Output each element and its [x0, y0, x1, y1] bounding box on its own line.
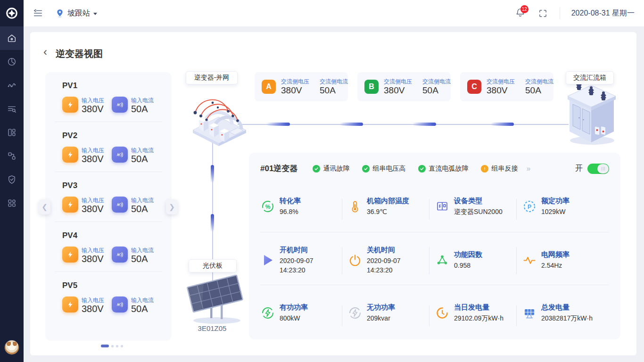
pagination-dots	[101, 345, 123, 347]
check-circle-icon	[313, 165, 320, 173]
topbar: 坡跟站 12 2020-08-31 星期一	[24, 0, 644, 26]
warning-circle-icon	[481, 165, 488, 173]
fullscreen-button[interactable]	[538, 8, 548, 18]
current-date: 2020-08-31 星期一	[571, 8, 635, 18]
voltage-bolt-icon	[62, 247, 78, 263]
status-label: 组串反接	[491, 165, 518, 173]
svg-text:P: P	[528, 203, 531, 210]
thermometer-icon	[347, 199, 363, 214]
status-item: 组串反接	[481, 165, 518, 173]
pv-current-metric: 输入电流50A	[112, 197, 154, 214]
solar-panel-icon	[522, 306, 537, 320]
notifications-button[interactable]: 12	[515, 7, 527, 19]
pv-current-metric: 输入电流50A	[112, 247, 154, 264]
metric-internal-temp: 机箱内部温度36.9℃	[347, 196, 435, 216]
metric-value: 36.9℃	[367, 207, 409, 216]
pv-current-label: 输入电流	[131, 97, 154, 104]
status-item: 组串电压高	[362, 165, 405, 173]
power-toggle[interactable]	[587, 164, 609, 174]
pv-name: PV1	[62, 81, 162, 90]
status-label: 直流电弧故障	[429, 165, 468, 173]
metric-value: 2.54Hz	[541, 261, 570, 270]
sidebar-item-monitor[interactable]	[0, 74, 24, 97]
metric-label: 机箱内部温度	[367, 196, 409, 205]
combiner-tag: 交流汇流箱	[566, 71, 614, 84]
metric-value2: 14:23:20	[367, 265, 401, 275]
station-selector[interactable]: 坡跟站	[56, 8, 97, 18]
sidebar-item-dashboard[interactable]	[0, 121, 24, 144]
metric-label: 电网频率	[541, 250, 570, 259]
pv-voltage-label: 输入电压	[82, 297, 104, 304]
pagination-dot[interactable]	[101, 345, 109, 347]
conversion-rate-icon: %	[260, 199, 275, 214]
current-wave-icon	[112, 197, 128, 213]
station-name: 坡跟站	[67, 8, 90, 18]
metric-label: 转化率	[280, 196, 301, 205]
row-divider	[260, 232, 609, 232]
pv-current-label: 输入电流	[131, 247, 154, 254]
current-wave-icon	[112, 296, 128, 313]
metric-value: 逆变器SUN2000	[454, 207, 503, 216]
sidebar-item-security[interactable]	[0, 168, 24, 191]
pv-voltage-value: 380V	[82, 154, 104, 164]
list-search-icon	[7, 104, 17, 114]
combiner-box-illustration	[563, 77, 619, 150]
pv-current-label: 输入电流	[131, 197, 154, 204]
pv-item: PV5 输入电压380V 输入电流50A	[55, 272, 162, 321]
phase-current-label: 交流侧电流	[525, 78, 553, 85]
inverter-detail-panel: #01逆变器 通讯故障 组串电压高 直流电弧故障 组串反接	[249, 153, 620, 339]
metric-active-power: 有功功率800kW	[260, 303, 347, 323]
carousel-prev-button[interactable]: ❮	[39, 199, 50, 214]
energy-flow-marker	[266, 123, 290, 126]
pv-voltage-label: 输入电压	[82, 147, 104, 154]
sidebar-item-topology[interactable]	[0, 144, 24, 168]
user-avatar[interactable]	[5, 340, 19, 354]
pagination-dot[interactable]	[116, 345, 118, 347]
status-item: 直流电弧故障	[418, 165, 468, 173]
phase-voltage-label: 交流侧电压	[384, 78, 412, 85]
pv-current-value: 50A	[131, 154, 154, 164]
collapse-menu-icon[interactable]	[32, 8, 43, 19]
status-label: 组串电压高	[372, 165, 405, 173]
phase-current-value: 50A	[525, 85, 553, 96]
metric-value: 2020-09-07	[280, 256, 314, 265]
grid-icon	[7, 198, 17, 208]
topbar-divider	[560, 7, 560, 19]
pv-current-metric: 输入电流50A	[112, 147, 154, 164]
more-statuses-icon[interactable]: »	[526, 165, 530, 173]
energy-flow-marker	[211, 165, 214, 183]
metric-rated-power: P 额定功率1029kW	[522, 196, 609, 216]
status-list: 通讯故障 组串电压高 直流电弧故障 组串反接	[313, 165, 518, 173]
metric-value2: 14:23:20	[280, 265, 314, 275]
device-cabinet-icon	[435, 199, 450, 214]
pv-name: PV2	[62, 131, 162, 140]
sidebar	[0, 0, 24, 362]
pv-item: PV2 输入电压380V 输入电流50A	[55, 122, 162, 172]
metric-value: 2020-09-07	[367, 256, 401, 265]
metric-label: 额定功率	[541, 196, 570, 205]
sidebar-item-home[interactable]	[0, 26, 24, 50]
voltage-bolt-icon	[62, 296, 78, 313]
pv-voltage-label: 输入电压	[82, 97, 104, 104]
phase-c-badge: C	[467, 80, 481, 94]
sidebar-item-apps[interactable]	[0, 191, 24, 215]
metric-device-type: 设备类型逆变器SUN2000	[435, 196, 522, 216]
phase-current-label: 交流侧电流	[320, 78, 348, 85]
sidebar-item-analytics[interactable]	[0, 50, 24, 74]
pagination-dot[interactable]	[121, 345, 123, 347]
phase-voltage-label: 交流侧电压	[487, 78, 515, 85]
sidebar-item-logs[interactable]	[0, 97, 24, 121]
check-circle-icon	[418, 165, 426, 173]
pv-current-value: 50A	[131, 204, 154, 214]
carousel-next-button[interactable]: ❯	[166, 199, 178, 214]
home-icon	[7, 33, 17, 43]
phase-card-a: A 交流侧电压380V 交流侧电流50A	[255, 72, 348, 101]
pie-chart-icon	[7, 57, 17, 67]
pv-voltage-metric: 输入电压380V	[62, 97, 104, 114]
metric-grid-frequency: 电网频率2.54Hz	[522, 245, 609, 275]
back-button[interactable]: ‹	[43, 46, 47, 58]
status-label: 通讯故障	[323, 165, 349, 173]
pagination-dot[interactable]	[111, 345, 114, 347]
frequency-pulse-icon	[522, 253, 537, 267]
page-title: 逆变器视图	[56, 48, 103, 60]
